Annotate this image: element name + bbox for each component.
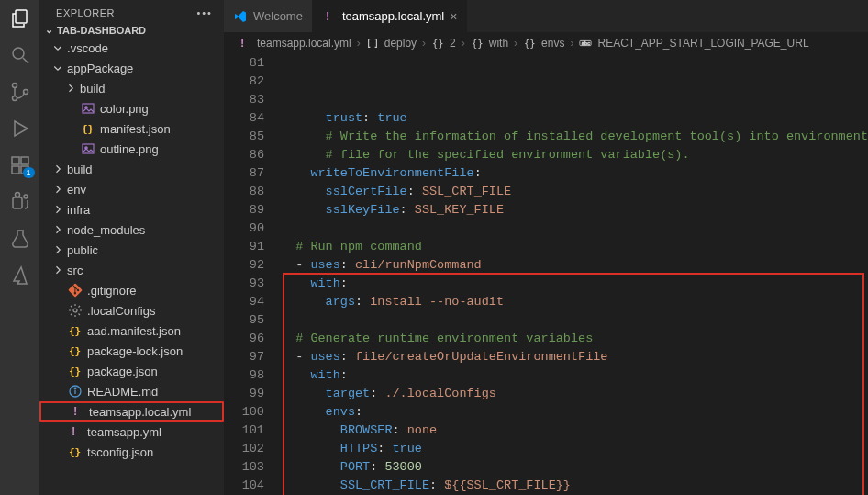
tab[interactable]: Welcome	[224, 0, 313, 32]
chevron-right-icon: ›	[570, 37, 573, 50]
code-line[interactable]: with:	[281, 366, 868, 385]
code-line[interactable]: SSL_CRT_FILE: ${{SSL_CRT_FILE}}	[281, 477, 868, 495]
file-item[interactable]: {}package-lock.json	[39, 341, 224, 361]
code-line[interactable]: with:	[281, 275, 868, 293]
svg-rect-9	[21, 157, 28, 164]
file-item[interactable]: !teamsapp.yml	[39, 422, 224, 442]
tab-label: teamsapp.local.yml	[342, 9, 444, 23]
explorer-icon[interactable]	[9, 7, 31, 29]
folder-item[interactable]: build	[39, 159, 224, 179]
breadcrumb-item[interactable]: deploy	[384, 37, 417, 50]
svg-point-19	[73, 309, 77, 312]
code-line[interactable]: # Run npm command	[281, 238, 868, 256]
close-icon[interactable]: ×	[450, 9, 457, 24]
folder-item[interactable]: appPackage	[39, 58, 224, 78]
tab[interactable]: !teamsapp.local.yml×	[313, 0, 467, 32]
tree-item-label: README.md	[87, 385, 158, 399]
folder-item[interactable]: node_modules	[39, 219, 224, 240]
run-debug-icon[interactable]	[9, 118, 31, 140]
code-line[interactable]	[281, 219, 868, 238]
tree-item-label: package.json	[87, 365, 158, 378]
file-item[interactable]: color.png	[39, 98, 224, 118]
teams-icon[interactable]	[9, 191, 31, 213]
folder-item[interactable]: src	[39, 260, 224, 280]
folder-item[interactable]: build	[39, 78, 224, 98]
tree-item-label: outline.png	[100, 142, 159, 156]
code-line[interactable]: envs:	[281, 403, 868, 422]
chevron-right-icon	[52, 184, 67, 195]
code-line[interactable]	[281, 311, 868, 330]
code-line[interactable]: sslCertFile: SSL_CRT_FILE	[281, 183, 868, 201]
file-tree: .vscodeappPackagebuildcolor.png{}manifes…	[39, 38, 224, 495]
yaml-icon: !	[237, 36, 251, 51]
breadcrumb-item[interactable]: with	[489, 37, 508, 50]
source-control-icon[interactable]	[9, 81, 31, 103]
folder-item[interactable]: .vscode	[39, 38, 224, 58]
breadcrumb[interactable]: !teamsapp.local.yml›deploy›{}2›{}with›{}…	[224, 32, 868, 54]
code-content[interactable]: trust: true # Write the information of i…	[281, 54, 868, 495]
code-line[interactable]: BROWSER: none	[281, 422, 868, 440]
svg-rect-6	[12, 157, 19, 164]
svg-text:{}: {}	[524, 38, 536, 49]
code-editor[interactable]: 8182838485868788899091929394959697989910…	[224, 54, 868, 495]
tree-item-label: env	[67, 183, 86, 197]
code-line[interactable]: # Generate runtime environment variables	[281, 330, 868, 348]
code-line[interactable]: writeToEnvironmentFile:	[281, 164, 868, 183]
svg-text:!: !	[73, 404, 77, 418]
file-item[interactable]: {}manifest.json	[39, 118, 224, 139]
file-item[interactable]: {}tsconfig.json	[39, 442, 224, 462]
svg-text:{}: {}	[82, 123, 94, 135]
breadcrumb-item[interactable]: envs	[541, 37, 564, 50]
chevron-right-icon	[52, 224, 67, 235]
svg-text:{}: {}	[69, 446, 81, 458]
file-item[interactable]: README.md	[39, 381, 224, 401]
json-icon: {}	[67, 323, 83, 338]
line-gutter: 8182838485868788899091929394959697989910…	[224, 54, 281, 495]
str-icon: abc	[579, 37, 592, 50]
tree-item-label: teamsapp.yml	[87, 425, 161, 439]
code-line[interactable]: # Write the information of installed dev…	[281, 128, 868, 146]
azure-icon[interactable]	[9, 264, 31, 287]
folder-item[interactable]: env	[39, 179, 224, 199]
svg-rect-10	[13, 197, 22, 208]
extensions-badge: 1	[23, 167, 35, 178]
code-line[interactable]: # file for the specified environment var…	[281, 146, 868, 164]
code-line[interactable]: - uses: cli/runNpmCommand	[281, 256, 868, 275]
svg-point-11	[15, 193, 19, 197]
breadcrumb-item[interactable]: teamsapp.local.yml	[257, 37, 351, 50]
code-line[interactable]: target: ./.localConfigs	[281, 385, 868, 403]
code-line[interactable]: sslKeyFile: SSL_KEY_FILE	[281, 201, 868, 219]
section-title: TAB-DASHBOARD	[57, 25, 146, 36]
code-line[interactable]: args: install --no-audit	[281, 293, 868, 311]
chevron-right-icon: ›	[422, 37, 426, 50]
file-item[interactable]: !teamsapp.local.yml	[39, 401, 224, 422]
chevron-down-icon	[52, 62, 67, 73]
file-item[interactable]: {}package.json	[39, 361, 224, 381]
search-icon[interactable]	[9, 44, 31, 66]
chevron-down-icon: ⌄	[45, 24, 53, 36]
breadcrumb-item[interactable]: 2	[450, 37, 456, 50]
file-item[interactable]: {}aad.manifest.json	[39, 321, 224, 341]
code-line[interactable]: trust: true	[281, 109, 868, 128]
file-item[interactable]: .localConfigs	[39, 300, 224, 321]
folder-item[interactable]: public	[39, 240, 224, 260]
folder-item[interactable]: infra	[39, 199, 224, 219]
code-line[interactable]: - uses: file/createOrUpdateEnvironmentFi…	[281, 348, 868, 366]
chevron-right-icon	[52, 204, 67, 215]
breadcrumb-item[interactable]: REACT_APP_START_LOGIN_PAGE_URL	[597, 37, 808, 50]
code-line[interactable]: HTTPS: true	[281, 440, 868, 458]
file-item[interactable]: outline.png	[39, 139, 224, 159]
git-icon	[67, 283, 83, 298]
file-item[interactable]: .gitignore	[39, 280, 224, 300]
more-icon[interactable]: •••	[196, 7, 213, 18]
section-header[interactable]: ⌄ TAB-DASHBOARD	[39, 22, 224, 38]
explorer-sidebar: EXPLORER ••• ⌄ TAB-DASHBOARD .vscodeappP…	[39, 0, 224, 495]
yaml-icon: !	[322, 9, 337, 24]
svg-text:{}: {}	[69, 325, 81, 337]
code-line[interactable]: PORT: 53000	[281, 458, 868, 477]
extensions-icon[interactable]: 1	[9, 154, 31, 176]
svg-rect-14	[83, 104, 94, 113]
chevron-right-icon: ›	[357, 37, 361, 50]
svg-text:{}: {}	[69, 366, 81, 377]
testing-icon[interactable]	[9, 228, 31, 250]
